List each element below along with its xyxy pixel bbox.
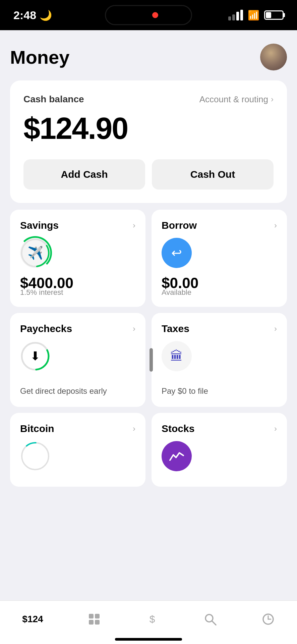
nav-home-icon — [87, 612, 101, 626]
paychecks-title: Paychecks — [20, 323, 72, 334]
nav-search-icon — [203, 612, 217, 626]
svg-point-4 — [22, 443, 49, 470]
bitcoin-card-header: Bitcoin › — [20, 423, 135, 434]
avatar[interactable] — [260, 44, 287, 70]
nav-balance-amount: $124 — [22, 614, 43, 625]
status-bar: 2:48 🌙 📶 33 — [0, 0, 297, 30]
wifi-icon: 📶 — [248, 10, 259, 21]
add-cash-button[interactable]: Add Cash — [23, 159, 145, 190]
action-buttons: Add Cash Cash Out — [23, 159, 274, 190]
account-routing-link[interactable]: Account & routing › — [199, 94, 274, 105]
bottom-spacer — [10, 487, 287, 537]
savings-icon-wrapper: ✈️ — [20, 238, 50, 268]
battery-icon: 33 — [264, 10, 284, 20]
savings-title: Savings — [20, 220, 59, 231]
borrow-icon: ↩ — [162, 238, 192, 268]
paychecks-download-icon: ⬇ — [30, 349, 40, 363]
savings-card[interactable]: Savings › ✈️ $400.00 1.5% interest — [10, 210, 145, 307]
svg-text:$: $ — [150, 613, 155, 625]
cash-balance-card: Cash balance Account & routing › $124.90… — [10, 80, 287, 203]
cash-balance-header: Cash balance Account & routing › — [23, 94, 274, 105]
nav-balance[interactable]: $124 — [22, 614, 43, 625]
taxes-desc: Pay $0 to file — [162, 385, 277, 397]
taxes-chevron-icon: › — [274, 324, 277, 333]
stocks-chart-icon — [169, 448, 185, 464]
cash-balance-label: Cash balance — [23, 94, 84, 105]
savings-interest: 1.5% interest — [20, 288, 135, 297]
stocks-card[interactable]: Stocks › — [152, 413, 287, 487]
savings-card-header: Savings › — [20, 220, 135, 231]
borrow-card-header: Borrow › — [162, 220, 277, 231]
taxes-icon: 🏛 — [162, 341, 192, 371]
taxes-card-header: Taxes › — [162, 323, 277, 334]
feature-cards-grid: Savings › ✈️ $400.00 1.5% interest Borro… — [10, 210, 287, 487]
svg-rect-6 — [89, 614, 94, 619]
savings-value-wrapper: $400.00 1.5% interest — [20, 275, 135, 297]
stocks-title: Stocks — [162, 423, 194, 434]
moon-icon: 🌙 — [40, 9, 52, 21]
recording-dot — [152, 12, 158, 18]
borrow-sub: Available — [162, 288, 277, 297]
borrow-chevron-icon: › — [274, 221, 277, 230]
bitcoin-card[interactable]: Bitcoin › — [10, 413, 145, 487]
savings-chevron-icon: › — [133, 221, 135, 230]
paychecks-card-header: Paychecks › — [20, 323, 135, 334]
stocks-chevron-icon: › — [274, 424, 277, 433]
signal-bars-icon — [228, 10, 243, 20]
borrow-value-wrapper: $0.00 Available — [162, 275, 277, 297]
svg-rect-8 — [89, 620, 94, 625]
svg-rect-7 — [95, 614, 100, 619]
stocks-icon — [162, 441, 192, 471]
savings-ring-icon — [18, 236, 52, 270]
battery-fill — [266, 12, 271, 18]
scrollbar-indicator — [150, 348, 153, 372]
nav-history-icon — [261, 612, 275, 626]
bitcoin-ring-icon — [20, 441, 50, 471]
signal-bar-1 — [228, 16, 231, 20]
nav-dollar[interactable]: $ — [145, 612, 159, 626]
svg-rect-9 — [95, 620, 100, 625]
borrow-card[interactable]: Borrow › ↩ $0.00 Available — [152, 210, 287, 307]
paychecks-desc: Get direct deposits early — [20, 385, 135, 397]
bitcoin-chevron-icon: › — [133, 424, 135, 433]
bottom-nav: $124 $ — [0, 600, 297, 644]
signal-bar-2 — [232, 14, 235, 20]
account-routing-text: Account & routing — [199, 94, 268, 105]
battery-level: 33 — [271, 12, 277, 18]
svg-line-12 — [212, 621, 216, 625]
paychecks-icon-wrapper: ⬇ — [20, 341, 50, 371]
taxes-title: Taxes — [162, 323, 189, 334]
signal-bar-3 — [236, 12, 239, 20]
cash-out-button[interactable]: Cash Out — [152, 159, 274, 190]
balance-amount: $124.90 — [23, 111, 274, 146]
nav-history[interactable] — [261, 612, 275, 626]
taxes-card[interactable]: Taxes › 🏛 Pay $0 to file — [152, 313, 287, 407]
status-icons: 📶 33 — [228, 10, 284, 21]
borrow-title: Borrow — [162, 220, 197, 231]
home-indicator — [115, 638, 182, 641]
page-title: Money — [10, 46, 69, 68]
nav-home[interactable] — [87, 612, 101, 626]
stocks-card-header: Stocks › — [162, 423, 277, 434]
signal-bar-4 — [240, 10, 243, 20]
nav-dollar-icon: $ — [145, 612, 159, 626]
paychecks-card[interactable]: Paychecks › ⬇ Get direct deposits early — [10, 313, 145, 407]
chevron-right-icon: › — [271, 95, 274, 104]
status-time: 2:48 🌙 — [13, 9, 52, 22]
page-header: Money — [10, 30, 287, 80]
paychecks-chevron-icon: › — [133, 324, 135, 333]
nav-search[interactable] — [203, 612, 217, 626]
bitcoin-title: Bitcoin — [20, 423, 54, 434]
time-display: 2:48 — [13, 9, 36, 22]
dynamic-island — [105, 5, 192, 25]
main-content: Money Cash balance Account & routing › $… — [0, 30, 297, 537]
